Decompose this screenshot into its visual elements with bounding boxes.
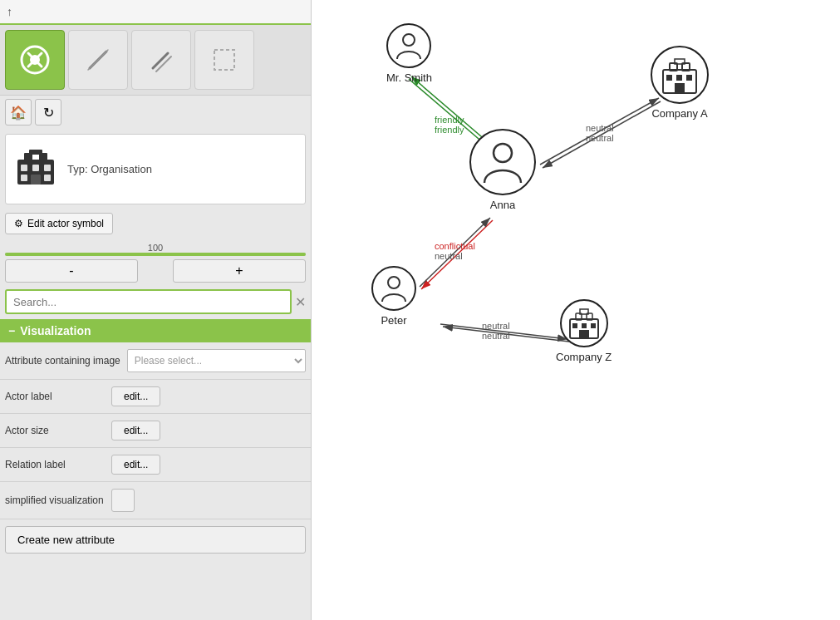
actor-label-label: Actor label (5, 391, 105, 402)
node-anna[interactable]: Anna (469, 129, 536, 211)
person-icon-anna (480, 140, 525, 185)
svg-rect-17 (44, 175, 51, 181)
box-tool-button[interactable] (194, 30, 254, 90)
node-label-anna: Anna (490, 199, 515, 211)
search-input[interactable] (5, 289, 292, 314)
conn-label-neutral-anna-compa1: neutral (586, 123, 614, 133)
right-panel: friendly friendly neutral neutral confli… (312, 0, 840, 620)
box-tool-icon (208, 43, 241, 76)
icon-row: 🏠 ↻ (0, 96, 311, 129)
node-label-company-a: Company A (651, 107, 707, 120)
person-icon-mr-smith (394, 31, 424, 61)
conn-label-friendly2: friendly (435, 125, 464, 135)
node-company-a[interactable]: Company A (651, 46, 709, 120)
svg-rect-42 (675, 83, 685, 93)
home-button[interactable]: 🏠 (5, 99, 32, 125)
svg-point-43 (388, 277, 400, 288)
conn-label-neutral-peter-compz2: neutral (482, 331, 510, 341)
svg-rect-41 (686, 75, 692, 81)
conn-label-neutral-peter-compz1: neutral (482, 321, 510, 331)
attr-image-row: Attribute containing image Please select… (0, 342, 311, 380)
svg-line-5 (88, 50, 108, 70)
conn-label-friendly1: friendly (435, 115, 464, 125)
actor-size-label: Actor size (5, 425, 105, 436)
svg-rect-12 (29, 150, 42, 155)
collapse-icon[interactable]: − (8, 324, 15, 337)
edit-tool-icon (81, 43, 115, 76)
visualization-header: − Visualization (0, 319, 311, 342)
simplified-viz-label: simplified visualization (5, 495, 105, 506)
slider-area: 100 - + (5, 243, 306, 283)
edit-tool-button[interactable] (68, 30, 128, 90)
slider-controls: - + (5, 259, 306, 283)
actor-preview-icon (12, 141, 59, 197)
actor-size-row: Actor size edit... (0, 414, 311, 448)
svg-rect-39 (666, 75, 672, 81)
gear-icon: ⚙ (14, 218, 23, 229)
attr-image-label: Attribute containing image (5, 355, 120, 367)
svg-point-3 (30, 55, 40, 65)
svg-rect-50 (591, 323, 596, 328)
svg-point-33 (403, 34, 415, 46)
conn-label-neutral-anna-compa2: neutral (586, 133, 614, 143)
relation-label-row: Relation label edit... (0, 448, 311, 482)
svg-rect-16 (21, 175, 27, 181)
pencil2-tool-button[interactable] (131, 30, 191, 90)
actor-type-label: Typ: Organisation (67, 163, 152, 175)
svg-rect-48 (572, 323, 577, 328)
node-peter[interactable]: Peter (371, 266, 416, 327)
select-tool-button[interactable] (5, 30, 65, 90)
edit-actor-symbol-button[interactable]: ⚙ Edit actor symbol (5, 213, 113, 234)
node-label-mr-smith: Mr. Smith (386, 71, 432, 84)
slider-plus-button[interactable]: + (173, 259, 306, 283)
relation-label-edit-button[interactable]: edit... (111, 455, 160, 475)
simplified-viz-row: simplified visualization (0, 482, 311, 519)
diagram-canvas: friendly friendly neutral neutral confli… (312, 0, 840, 620)
actor-label-edit-button[interactable]: edit... (111, 386, 160, 406)
svg-rect-14 (32, 165, 39, 171)
org-icon-company-a (660, 55, 700, 95)
actor-preview: Typ: Organisation (5, 134, 306, 204)
actor-label-row: Actor label edit... (0, 380, 311, 414)
svg-rect-51 (579, 330, 589, 338)
slider-value-label: 100 (5, 243, 306, 253)
toolbar (0, 25, 311, 96)
node-label-peter: Peter (381, 314, 406, 327)
slider-fill (5, 253, 306, 256)
simplified-viz-checkbox[interactable] (111, 489, 135, 512)
top-bar: ↑ (0, 0, 311, 25)
slider-track[interactable] (5, 253, 306, 256)
pencil2-tool-icon (145, 43, 178, 76)
svg-rect-8 (214, 50, 234, 70)
svg-rect-18 (31, 175, 41, 185)
edit-symbol-label: Edit actor symbol (27, 218, 104, 229)
refresh-button[interactable]: ↻ (35, 99, 61, 125)
relation-label-label: Relation label (5, 459, 105, 470)
org-icon-company-z (567, 307, 601, 340)
search-area: ✕ (5, 289, 306, 314)
conn-label-conflictual: conflictual (435, 241, 475, 251)
person-icon-peter (379, 273, 409, 303)
attr-image-select[interactable]: Please select... (127, 349, 306, 372)
node-company-z[interactable]: Company Z (556, 299, 612, 363)
up-arrow-icon[interactable]: ↑ (7, 5, 12, 18)
visualization-title: Visualization (20, 324, 91, 337)
conn-label-neutral-anna-peter: neutral (435, 251, 463, 261)
slider-minus-button[interactable]: - (5, 259, 138, 283)
search-clear-button[interactable]: ✕ (295, 294, 306, 310)
svg-rect-49 (582, 323, 587, 328)
svg-rect-13 (21, 165, 27, 171)
actor-size-edit-button[interactable]: edit... (111, 421, 160, 440)
node-mr-smith[interactable]: Mr. Smith (386, 23, 432, 84)
left-panel: ↑ (0, 0, 312, 620)
svg-rect-40 (676, 75, 682, 81)
create-new-attribute-button[interactable]: Create new attribute (5, 526, 306, 554)
select-tool-icon (18, 43, 52, 76)
visualization-section: − Visualization Attribute containing ima… (0, 319, 311, 620)
svg-line-6 (153, 53, 168, 68)
svg-rect-15 (44, 165, 51, 171)
node-label-company-z: Company Z (556, 351, 612, 363)
svg-point-34 (494, 144, 512, 162)
